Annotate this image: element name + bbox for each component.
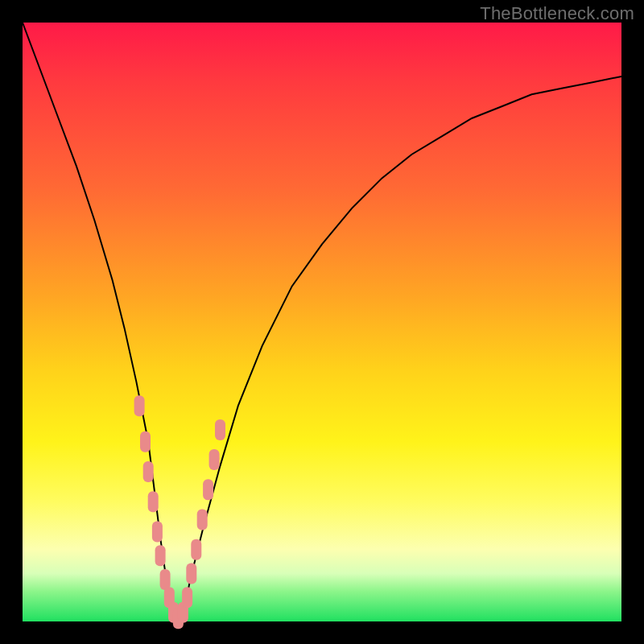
curve-marker [155, 545, 166, 566]
curve-marker [143, 461, 154, 482]
bottleneck-curve [23, 23, 621, 621]
curve-marker [134, 395, 145, 416]
curve-marker [160, 569, 171, 590]
curve-marker [140, 431, 151, 452]
curve-marker [186, 564, 196, 584]
chart-frame: TheBottleneck.com [0, 0, 644, 644]
curve-marker [197, 510, 208, 530]
curve-marker [182, 587, 192, 608]
curve-marker [148, 491, 159, 512]
curve-marker [215, 419, 225, 440]
curve-marker [209, 449, 220, 470]
curve-marker [191, 539, 201, 560]
watermark-text: TheBottleneck.com [480, 3, 634, 24]
curve-marker [152, 521, 163, 542]
curve-layer [23, 23, 621, 621]
marker-group [134, 395, 225, 629]
curve-marker [203, 479, 213, 500]
plot-area [23, 23, 621, 621]
